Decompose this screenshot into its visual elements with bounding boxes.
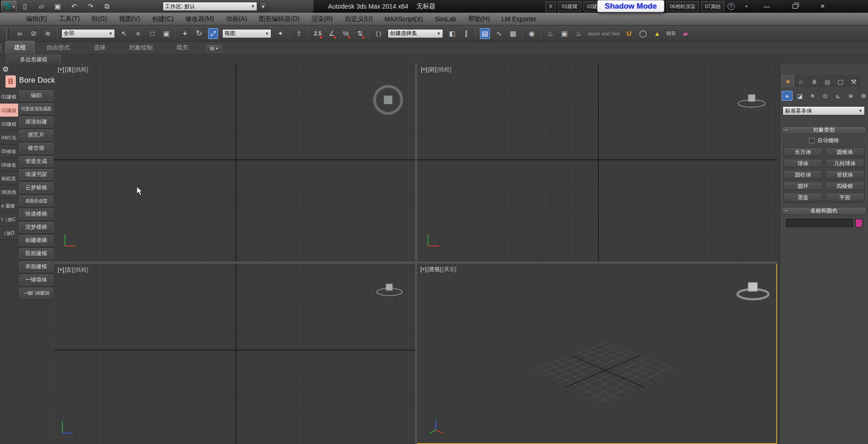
dock-button-single-side-model[interactable]: 单面建模 [19, 261, 54, 272]
mirror-icon[interactable]: ◧ [447, 28, 457, 39]
angle-snap-icon[interactable]: ∠ [327, 28, 337, 39]
dock-tab-06-modify[interactable]: 06修改 [0, 158, 18, 172]
dock-button-roof-create[interactable]: 屋顶创建 [19, 116, 54, 128]
select-and-manipulate-icon[interactable]: ✦ [275, 28, 285, 39]
taskbar-01-modeling-button[interactable]: 01建模 [558, 1, 581, 11]
viewport-menu[interactable]: [+] [421, 66, 427, 73]
dock-tab-rekey[interactable]: e 重键 [0, 199, 18, 212]
viewport-splitter-vertical[interactable] [415, 64, 417, 444]
viewport-top-label[interactable]: [+][顶][线框] [58, 66, 88, 74]
menu-create[interactable]: 创建(C) [146, 15, 179, 23]
dock-button-xuanmeng-stairs[interactable]: 渲梦楼梯 [19, 222, 54, 233]
select-and-scale-icon[interactable]: ⤢ [208, 28, 218, 39]
viewport-left-label[interactable]: [+][左][线框] [58, 266, 88, 274]
object-color-swatch[interactable] [855, 219, 863, 227]
dock-button-one-key-wall[interactable]: 一键墙体 [19, 274, 54, 286]
select-and-move-icon[interactable]: + [180, 28, 190, 39]
viewport-name[interactable]: [左] [65, 266, 74, 273]
dock-button-fill-bookshelf[interactable]: 填满书架 [19, 169, 54, 180]
dock-button-create-stairs[interactable]: 创建楼梯 [19, 235, 54, 246]
viewport-menu[interactable]: [+] [58, 66, 64, 73]
plane-button[interactable]: 平面 [825, 193, 864, 202]
percent-snap-icon[interactable]: % [341, 28, 351, 39]
tube-button[interactable]: 管状体 [825, 170, 864, 179]
lights-icon[interactable]: ☀ [807, 91, 818, 101]
modify-tab[interactable]: ∩ [795, 75, 807, 87]
menu-customize[interactable]: 自定义(U) [339, 15, 378, 23]
application-menu-button[interactable]: ▼ [1, 0, 16, 12]
menu-tools[interactable]: 工具(T) [53, 15, 86, 23]
dock-tab-05-modify[interactable]: 05修改 [0, 144, 18, 158]
dock-button-yunmeng-prism[interactable]: 云梦棱镜 [19, 182, 54, 193]
dock-tab-04-lights[interactable]: 04灯光 [0, 131, 18, 144]
select-by-name-icon[interactable]: ≡ [133, 28, 143, 39]
ribbon-grip[interactable] [1, 44, 3, 53]
new-scene-icon[interactable]: ▯ [20, 2, 30, 10]
dock-button-weave[interactable]: 编织 [19, 90, 54, 101]
space-warps-icon[interactable]: ≋ [845, 91, 856, 101]
rendered-frame-icon[interactable]: ▣ [559, 28, 569, 39]
dock-button-surface-snow[interactable]: 表面生成雪 [19, 195, 54, 207]
rotate-gizmo-ring[interactable] [373, 85, 403, 115]
viewport-perspective-label[interactable]: [+][透视][真实] [420, 266, 456, 273]
dock-tab-camera-render[interactable]: 相机渲 [0, 172, 18, 185]
viewport-shading[interactable]: [线框] [437, 66, 451, 73]
bind-to-space-warp-icon[interactable]: ≋ [43, 28, 53, 39]
helpers-icon[interactable]: ⊾ [833, 91, 843, 101]
edit-named-sets-icon[interactable]: { } [374, 28, 384, 39]
chevron-down-icon[interactable]: ▼ [745, 5, 748, 9]
dock-button-any-slope-roof[interactable]: 任意坡顶生成器 [19, 103, 54, 114]
render-production-icon[interactable]: ♨ [574, 28, 584, 39]
viewport-top[interactable]: [+][顶][线框] [54, 64, 415, 261]
menu-graph-editors[interactable]: 图形编辑器(D) [253, 15, 305, 23]
material-editor-icon[interactable]: ◉ [527, 28, 537, 39]
project-folder-icon[interactable]: ⧉ [102, 2, 112, 10]
geometry-icon[interactable]: ● [782, 91, 793, 101]
menu-simlab[interactable]: SimLab [429, 15, 462, 23]
cone-button[interactable]: 圆锥体 [825, 148, 864, 157]
menu-views[interactable]: 视图(V) [113, 15, 146, 23]
rectangular-selection-icon[interactable]: □ [147, 28, 157, 39]
object-gizmo[interactable] [373, 279, 406, 300]
layer-manager-icon[interactable]: ▤ [480, 28, 490, 39]
utilities-tab[interactable]: ⚒ [848, 75, 860, 87]
plugin-ring-icon[interactable]: ◯ [638, 28, 648, 39]
cameras-icon[interactable]: ⊙ [820, 91, 831, 101]
geosphere-button[interactable]: 几何球体 [825, 159, 864, 168]
close-button[interactable]: × [820, 2, 825, 11]
save-file-icon[interactable]: ▣ [53, 2, 63, 10]
create-tab[interactable]: ✶ [782, 75, 794, 87]
plugin-warning-icon[interactable]: ▲ [652, 28, 662, 39]
object-gizmo[interactable] [734, 278, 772, 304]
menu-help[interactable]: 帮助(H) [462, 15, 495, 23]
motion-tab[interactable]: ◎ [821, 75, 833, 87]
gear-icon[interactable]: ⚙ [2, 65, 9, 74]
redo-icon[interactable]: ↷ [85, 2, 95, 10]
viewport-front-label[interactable]: [+][前][线框] [421, 66, 451, 74]
tab-selection[interactable]: 选择 [82, 41, 117, 54]
dock-tab-d-drive[interactable]: （放D [0, 226, 18, 240]
keyboard-override-icon[interactable]: ⇧ [294, 28, 304, 39]
viewport-menu[interactable]: [+] [420, 266, 427, 272]
tab-freeform[interactable]: 自由形式 [35, 41, 82, 54]
systems-icon[interactable]: ⚙ [858, 91, 868, 101]
viewport-name[interactable]: [前] [428, 66, 437, 73]
menu-group[interactable]: 组(G) [86, 15, 113, 23]
taskbar-close-button[interactable]: X [545, 1, 556, 11]
selection-filter-dropdown[interactable]: 全部▼ [61, 29, 115, 38]
minimize-button[interactable]: — [763, 3, 770, 10]
taskbar-06-camera-render-button[interactable]: 06相机渲染 [666, 1, 699, 11]
polygon-modeling-panel[interactable]: 多边形建模 [6, 54, 61, 64]
viewport-shading[interactable]: [真实] [442, 266, 456, 272]
named-selection-dropdown[interactable]: 创建选择集▼ [388, 29, 443, 38]
shapes-icon[interactable]: ◪ [794, 91, 805, 101]
dock-tab-03-modeling[interactable]: 03建模 [0, 117, 18, 131]
plugin-magenta-icon[interactable]: ▰ [680, 28, 690, 39]
viewport-menu[interactable]: [+] [58, 266, 64, 273]
auto-grid-checkbox[interactable] [809, 138, 814, 143]
align-icon[interactable]: ∥ [461, 28, 471, 39]
sphere-button[interactable]: 球体 [783, 159, 823, 168]
viewport-left[interactable]: [+][左][线框] [54, 264, 415, 444]
menu-maxscript[interactable]: MAXScript(X) [379, 15, 429, 23]
ribbon-options-button[interactable]: ▾ [206, 45, 222, 52]
